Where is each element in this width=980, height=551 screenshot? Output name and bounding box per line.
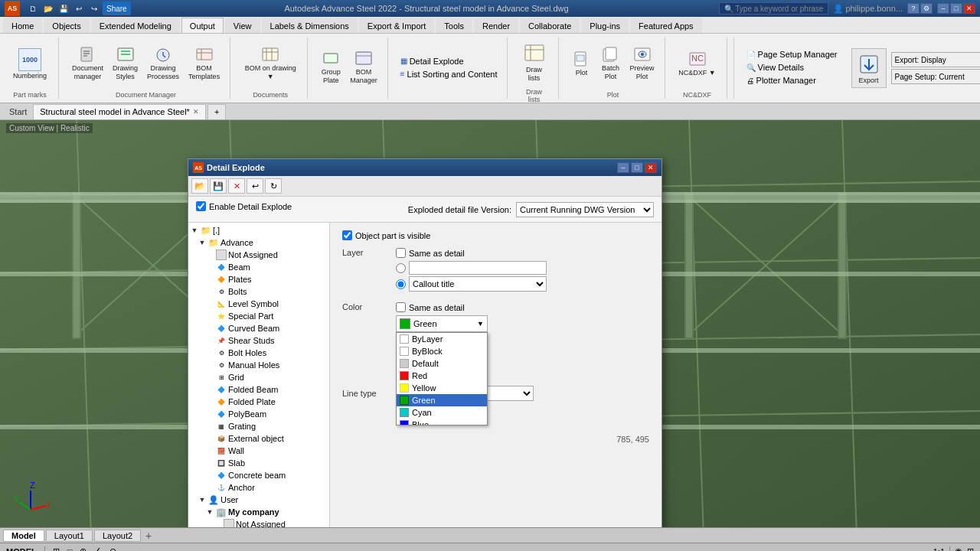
- tree-concrete-beam[interactable]: 🔷 Concrete beam: [205, 469, 328, 481]
- color-list-scroll[interactable]: ByLayer ByBlock Default: [397, 333, 487, 425]
- settings-btn[interactable]: ⚙: [920, 3, 933, 14]
- page-setup-select[interactable]: Page Setup: Current: [891, 69, 980, 84]
- document-manager-btn[interactable]: Documentmanager: [68, 44, 107, 83]
- dialog-minimize-btn[interactable]: –: [617, 162, 629, 173]
- tree-anchor[interactable]: ⚓ Anchor: [205, 481, 328, 494]
- toolbar-undo-btn[interactable]: ↩: [247, 178, 263, 194]
- toolbar-save-btn[interactable]: 💾: [210, 178, 227, 194]
- tab-featured[interactable]: Featured Apps: [630, 18, 702, 33]
- bom-on-drawing-btn[interactable]: BOM on drawing ▼: [240, 44, 301, 83]
- object-visible-checkbox[interactable]: [342, 230, 352, 240]
- tree-advance[interactable]: ▼ 📁 Advance: [198, 236, 328, 249]
- page-setup-manager-btn[interactable]: 📄 Page Setup Manager: [743, 48, 841, 60]
- tab-extended-modeling[interactable]: Extended Modeling: [91, 18, 180, 33]
- status-polar[interactable]: ∠: [94, 546, 102, 551]
- group-plate-btn[interactable]: GroupPlate: [317, 47, 345, 87]
- status-ortho[interactable]: ⊕: [80, 546, 87, 551]
- color-item-default[interactable]: Default: [397, 357, 487, 370]
- ncdxf-btn[interactable]: NC NC&DXF ▼: [675, 48, 720, 80]
- layer-text-input[interactable]: [409, 261, 547, 275]
- tree-wall[interactable]: 🧱 Wall: [205, 445, 328, 457]
- create-list-fields-btn[interactable]: ▦ Detail Explode: [397, 55, 501, 67]
- tree-external-object[interactable]: 📦 External object: [205, 432, 328, 445]
- color-item-blue[interactable]: Blue: [397, 419, 487, 425]
- qa-new[interactable]: 🗋: [26, 2, 40, 15]
- color-item-yellow[interactable]: Yellow: [397, 382, 487, 394]
- same-as-detail-color-checkbox[interactable]: [396, 302, 406, 312]
- tree-level-symbol[interactable]: 📐 Level Symbol: [205, 298, 328, 310]
- plotter-manager-btn[interactable]: 🖨 Plotter Manager: [743, 74, 841, 86]
- same-as-detail-layer-checkbox[interactable]: [396, 248, 406, 258]
- tree-shear-studs[interactable]: 📌 Shear Studs: [205, 334, 328, 347]
- color-item-bylayer[interactable]: ByLayer: [397, 333, 487, 345]
- layer-radio2[interactable]: [396, 279, 406, 289]
- tree-folded-plate[interactable]: 🔶 Folded Plate: [205, 396, 328, 408]
- tab-view[interactable]: View: [225, 18, 260, 33]
- tab-labels[interactable]: Labels & Dimensions: [262, 18, 358, 33]
- layer-select[interactable]: Callout title: [409, 276, 547, 292]
- tab-model[interactable]: Model: [3, 530, 44, 542]
- tab-collaborate[interactable]: Collaborate: [520, 18, 580, 33]
- tree-slab[interactable]: 🔲 Slab: [205, 457, 328, 469]
- color-item-red[interactable]: Red: [397, 370, 487, 382]
- tab-export[interactable]: Export & Import: [359, 18, 434, 33]
- tab-render[interactable]: Render: [474, 18, 518, 33]
- tab-tools[interactable]: Tools: [436, 18, 472, 33]
- tab-layout1[interactable]: Layout1: [46, 530, 93, 542]
- qa-share[interactable]: Share: [103, 2, 131, 15]
- color-item-byblock[interactable]: ByBlock: [397, 345, 487, 357]
- list-sorting-btn[interactable]: ≡ List Sorting and Content: [397, 68, 501, 80]
- info-btn[interactable]: ?: [907, 3, 920, 14]
- view-details-btn[interactable]: 🔍 View Details: [743, 61, 841, 73]
- user-info[interactable]: 👤 philippe.bonn...: [833, 4, 903, 14]
- tree-bolts[interactable]: ⚙ Bolts: [205, 285, 328, 298]
- root-expand[interactable]: ▼: [190, 226, 199, 235]
- tree-plates[interactable]: 🔶 Plates: [205, 273, 328, 285]
- tab-start[interactable]: Start: [3, 106, 33, 118]
- qa-undo[interactable]: ↩: [72, 2, 86, 15]
- advance-expand[interactable]: ▼: [198, 238, 207, 247]
- numbering-btn[interactable]: 1000 Numbering: [8, 44, 52, 84]
- tree-folded-beam[interactable]: 🔷 Folded Beam: [205, 383, 328, 396]
- close-btn[interactable]: ✕: [963, 3, 975, 14]
- tree-my-company[interactable]: ▼ 🏢 My company: [205, 506, 328, 518]
- tab-layout2[interactable]: Layout2: [94, 530, 141, 542]
- dialog-close-btn[interactable]: ✕: [645, 162, 657, 173]
- tab-output[interactable]: Output: [181, 18, 224, 33]
- color-item-cyan[interactable]: Cyan: [397, 406, 487, 419]
- status-osnap[interactable]: ⊙: [109, 546, 116, 551]
- enable-explode-checkbox[interactable]: [196, 201, 206, 211]
- tree-beam[interactable]: 🔷 Beam: [205, 261, 328, 273]
- tab-add[interactable]: +: [207, 104, 226, 119]
- status-grid[interactable]: ⊞: [53, 546, 60, 551]
- qa-save[interactable]: 💾: [57, 2, 70, 15]
- qa-open[interactable]: 📂: [41, 2, 55, 15]
- tab-active-doc[interactable]: Structural steel model in Advance Steel*…: [33, 104, 206, 119]
- user-expand[interactable]: ▼: [198, 495, 207, 504]
- batch-plot-btn[interactable]: BatchPlot: [597, 44, 625, 83]
- view-cube[interactable]: ⊞: [967, 546, 974, 551]
- tree-grating[interactable]: ▦ Grating: [205, 420, 328, 432]
- tab-plugins[interactable]: Plug-ins: [581, 18, 629, 33]
- search-bar[interactable]: 🔍 Type a keyword or phrase: [719, 2, 828, 15]
- color-selected-display[interactable]: Green ▼: [396, 315, 488, 332]
- tree-manual-holes[interactable]: ⚙ Manual Holes: [205, 359, 328, 371]
- bom-templates-btn[interactable]: BOMTemplates: [185, 44, 224, 83]
- tree-root[interactable]: ▼ 📁 [.]: [190, 224, 328, 236]
- drawing-processes-btn[interactable]: DrawingProcesses: [143, 44, 183, 83]
- tree-special-part[interactable]: ⭐ Special Part: [205, 310, 328, 322]
- export-display-select[interactable]: Export: Display: [891, 52, 980, 67]
- tree-user[interactable]: ▼ 👤 User: [198, 494, 328, 506]
- layer-radio1[interactable]: [396, 263, 406, 273]
- add-layout-btn[interactable]: +: [145, 530, 152, 542]
- toolbar-open-btn[interactable]: 📂: [191, 178, 208, 194]
- tree-not-assigned-advance[interactable]: Not Assigned: [205, 249, 328, 261]
- tree-polybeam[interactable]: 🔷 PolyBeam: [205, 408, 328, 420]
- drawing-styles-btn[interactable]: DrawingStyles: [109, 44, 142, 83]
- preview-plot-btn[interactable]: PreviewPlot: [626, 44, 658, 83]
- maximize-btn[interactable]: □: [950, 3, 962, 14]
- export-btn[interactable]: Export: [851, 48, 887, 89]
- tab-objects[interactable]: Objects: [44, 18, 89, 33]
- tree-grid[interactable]: ⊞ Grid: [205, 371, 328, 383]
- tree-curved-beam[interactable]: 🔷 Curved Beam: [205, 322, 328, 334]
